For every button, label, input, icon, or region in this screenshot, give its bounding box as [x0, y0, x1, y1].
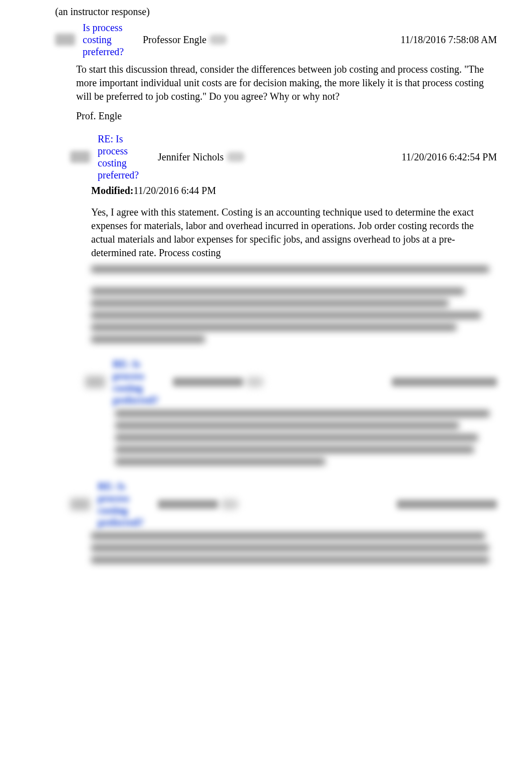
- reply3-badge-icon: [221, 499, 238, 509]
- reply2-subject-link[interactable]: RE: Is process costing preferred?: [113, 358, 168, 406]
- reply1-status-icon: [70, 151, 90, 163]
- thread-timestamp: 11/18/2016 7:58:08 AM: [390, 34, 497, 46]
- thread-badge-icon: [209, 35, 227, 45]
- reply1-header: RE: Is process costing preferred? Jennif…: [70, 133, 497, 181]
- reply3-timestamp: [397, 500, 497, 509]
- reply2-timestamp: [392, 377, 497, 386]
- modified-label: Modified:: [91, 185, 133, 196]
- reply3-header: RE: Is process costing preferred?: [70, 480, 497, 528]
- reply1-badge-icon: [227, 152, 244, 162]
- reply2-author: [173, 377, 243, 386]
- thread-author: Professor Engle: [143, 34, 206, 46]
- thread-header: Is process costing preferred? Professor …: [55, 22, 497, 58]
- reply2-header: RE: Is process costing preferred?: [85, 358, 497, 406]
- reply2-badge-icon: [246, 377, 263, 387]
- reply3-subject-link[interactable]: RE: Is process costing preferred?: [98, 480, 153, 528]
- reply2-status-icon: [85, 376, 105, 388]
- reply3-status-icon: [70, 498, 90, 510]
- thread-paragraph-1: To start this discussion thread, conside…: [76, 63, 497, 103]
- reply3-author: [158, 500, 218, 509]
- reply-2: RE: Is process costing preferred?: [85, 358, 497, 465]
- reply2-blurred-text: [115, 410, 497, 465]
- reply3-blurred-text: [91, 532, 497, 563]
- thread-body: To start this discussion thread, conside…: [76, 63, 497, 123]
- instructor-note: (an instructor response): [55, 6, 497, 18]
- modified-time: 11/20/2016 6:44 PM: [133, 185, 216, 196]
- reply1-blurred-paragraph-2: [91, 288, 497, 343]
- reply2-body: [115, 410, 497, 465]
- thread-status-icon: [55, 34, 75, 46]
- reply1-subject-link[interactable]: RE: Is process costing preferred?: [98, 133, 153, 181]
- thread-paragraph-2: Prof. Engle: [76, 109, 497, 123]
- reply-3: RE: Is process costing preferred?: [70, 480, 497, 563]
- reply1-author: Jennifer Nichols: [158, 151, 224, 163]
- reply1-body: Yes, I agree with this statement. Costin…: [91, 206, 497, 343]
- reply-1: RE: Is process costing preferred? Jennif…: [70, 133, 497, 563]
- reply1-timestamp: 11/20/2016 6:42:54 PM: [392, 151, 497, 163]
- reply1-blurred-continuation: [91, 266, 497, 273]
- reply1-paragraph-1: Yes, I agree with this statement. Costin…: [91, 206, 497, 260]
- reply3-body: [91, 532, 497, 563]
- thread-subject-link[interactable]: Is process costing preferred?: [83, 22, 138, 58]
- reply1-modified: Modified:11/20/2016 6:44 PM: [91, 185, 497, 197]
